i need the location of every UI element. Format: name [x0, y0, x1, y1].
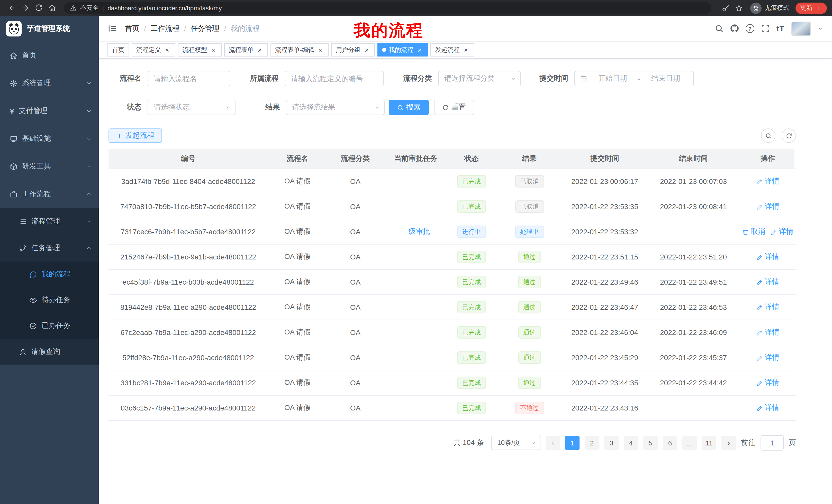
detail-link[interactable]: 详情	[756, 353, 779, 362]
close-icon[interactable]: ×	[210, 46, 217, 53]
page-button[interactable]: 11	[702, 436, 716, 450]
close-icon[interactable]: ×	[163, 46, 171, 53]
fullscreen-icon[interactable]	[761, 24, 770, 33]
sidebar-item-label: 已办任务	[42, 321, 71, 330]
page-button[interactable]: 4	[624, 436, 638, 450]
github-icon[interactable]	[730, 24, 739, 33]
delete-icon	[742, 228, 749, 235]
detail-link[interactable]: 详情	[756, 252, 779, 261]
toggle-search-button[interactable]	[761, 129, 775, 143]
submit-time-range-picker[interactable]: 开始日期 - 结束日期	[574, 71, 694, 86]
detail-link[interactable]: 详情	[756, 202, 779, 211]
sidebar-item-system[interactable]: 系统管理	[0, 69, 99, 97]
sidebar-item-done-task[interactable]: 已办任务	[0, 313, 99, 339]
detail-link[interactable]: 详情	[770, 227, 794, 236]
breadcrumb-item[interactable]: 首页	[125, 24, 139, 33]
avatar[interactable]	[791, 21, 811, 36]
process-definition-input[interactable]	[285, 71, 384, 86]
detail-link[interactable]: 详情	[756, 378, 779, 387]
bookmark-star-icon[interactable]	[735, 4, 743, 12]
process-id: 7317cec6-7b9b-11ec-b5b7-acde48001122	[121, 228, 256, 236]
url-text: dashboard.yudao.iocoder.cn/bpm/task/my	[107, 4, 222, 11]
next-page-button[interactable]: ›	[722, 436, 736, 450]
close-icon[interactable]: ×	[416, 46, 423, 53]
breadcrumb-item[interactable]: 任务管理	[191, 24, 219, 33]
process-name: OA 请假	[284, 303, 311, 312]
prev-page-button[interactable]: ‹	[546, 436, 560, 450]
close-icon[interactable]: ×	[317, 46, 324, 53]
app-logo[interactable]: 芋道管理系统	[0, 16, 99, 41]
update-button[interactable]: 更新	[796, 2, 827, 13]
page-size-select[interactable]: 10条/页	[491, 436, 541, 450]
tab-user-group[interactable]: 用户分组×	[331, 43, 375, 57]
detail-link[interactable]: 详情	[756, 328, 779, 337]
detail-link[interactable]: 详情	[756, 177, 779, 186]
sidebar-item-process-management[interactable]: 流程管理	[0, 208, 99, 235]
page-button[interactable]: 3	[604, 436, 619, 450]
home-icon	[10, 52, 18, 59]
browser-forward-button[interactable]	[19, 1, 32, 15]
sidebar-item-my-process[interactable]: 我的流程	[0, 261, 99, 287]
font-size-icon[interactable]: tT	[777, 24, 785, 33]
search-icon[interactable]	[715, 24, 724, 33]
password-key-icon[interactable]	[722, 4, 730, 12]
detail-link[interactable]: 详情	[756, 303, 779, 312]
address-bar[interactable]: 不安全 | dashboard.yudao.iocoder.cn/bpm/tas…	[64, 2, 711, 14]
start-date-placeholder: 开始日期	[590, 74, 635, 83]
page-button[interactable]: 6	[663, 436, 677, 450]
help-icon[interactable]: ?	[746, 24, 754, 33]
process-name-input[interactable]	[148, 71, 230, 86]
table-row: 3ad174fb-7b9d-11ec-8404-acde48001122OA 请…	[108, 169, 796, 194]
page-button[interactable]: 5	[643, 436, 658, 450]
tab-home[interactable]: 首页	[107, 43, 129, 57]
category-select[interactable]: 请选择流程分类	[438, 71, 521, 86]
breadcrumb-item[interactable]: 工作流程	[151, 24, 179, 33]
sidebar-toggle-button[interactable]	[107, 24, 117, 33]
browser-back-button[interactable]	[5, 1, 19, 15]
refresh-table-button[interactable]	[782, 129, 796, 143]
process-category: OA	[350, 379, 361, 387]
result-tag: 不通过	[515, 402, 544, 414]
result-select[interactable]: 请选择流结果	[286, 100, 385, 115]
sidebar-item-infrastructure[interactable]: 基础设施	[0, 125, 99, 152]
process-table: 编号流程名流程分类当前审批任务状态结果提交时间结束时间操作 3ad174fb-7…	[108, 149, 796, 421]
close-icon[interactable]: ×	[363, 46, 370, 53]
tab-process-form[interactable]: 流程表单×	[224, 43, 268, 57]
sidebar-item-dev-tools[interactable]: 研发工具	[0, 152, 99, 180]
process-category: OA	[350, 278, 361, 286]
sidebar-item-payment[interactable]: ¥支付管理	[0, 97, 99, 125]
tab-my-process[interactable]: 我的流程×	[378, 43, 428, 57]
avatar-caret-icon[interactable]	[817, 26, 823, 31]
tab-process-form-edit[interactable]: 流程表单-编辑×	[270, 43, 329, 57]
browser-home-button[interactable]	[45, 1, 59, 15]
reset-button[interactable]: 重置	[434, 100, 474, 115]
goto-page-input[interactable]	[760, 435, 784, 451]
table-header: 编号流程名流程分类当前审批任务状态结果提交时间结束时间操作	[108, 149, 796, 169]
status-select[interactable]: 请选择状态	[148, 100, 235, 115]
tab-start-process[interactable]: 发起流程×	[431, 43, 474, 57]
browser-menu-icon[interactable]	[815, 5, 822, 11]
search-button[interactable]: 搜索	[389, 100, 429, 115]
detail-link[interactable]: 详情	[756, 277, 779, 287]
refresh-icon	[442, 104, 449, 111]
sidebar-item-label: 任务管理	[31, 244, 60, 253]
page-ellipsis-button[interactable]: …	[682, 436, 697, 450]
sidebar-item-todo-task[interactable]: 待办任务	[0, 287, 99, 313]
process-id: 331bc281-7b9a-11ec-a290-acde48001122	[121, 379, 256, 387]
cancel-link[interactable]: 取消	[742, 227, 765, 236]
create-process-button[interactable]: 发起流程	[108, 129, 162, 143]
page-button[interactable]: 2	[585, 436, 599, 450]
tab-process-model[interactable]: 流程模型×	[178, 43, 222, 57]
sidebar-item-leave-query[interactable]: 请假查询	[0, 339, 99, 365]
sidebar-item-home[interactable]: 首页	[0, 41, 99, 69]
column-header: 结果	[495, 149, 564, 169]
browser-reload-button[interactable]	[32, 1, 45, 15]
tab-process-definition[interactable]: 流程定义×	[132, 43, 175, 57]
detail-link[interactable]: 详情	[756, 403, 779, 413]
sidebar-item-task-management[interactable]: 任务管理	[0, 235, 99, 261]
close-icon[interactable]: ×	[462, 46, 469, 53]
page-button[interactable]: 1	[565, 436, 579, 450]
close-icon[interactable]: ×	[256, 46, 263, 53]
sidebar-item-workflow[interactable]: 工作流程	[0, 180, 99, 208]
current-task-link[interactable]: 一级审批	[401, 227, 430, 236]
